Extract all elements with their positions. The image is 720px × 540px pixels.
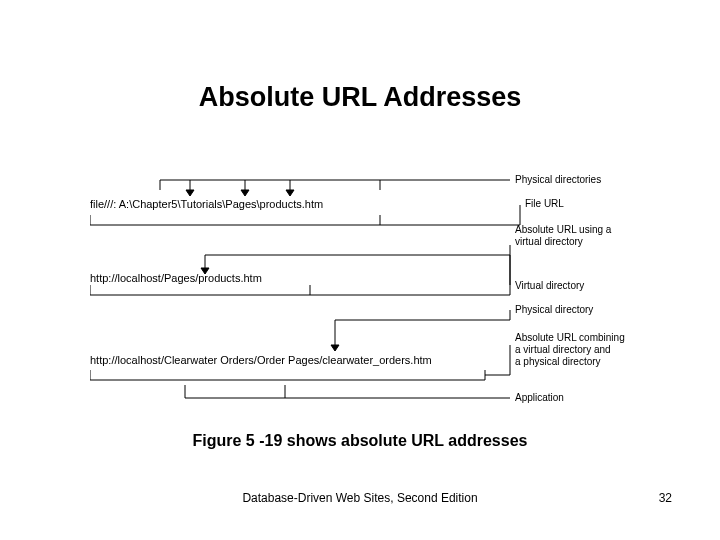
footer-page-number: 32	[659, 491, 672, 505]
localhost-url-text: http://localhost/Pages/products.htm	[90, 272, 262, 284]
label-physical-directory: Physical directory	[515, 304, 593, 316]
label-absolute-combining: Absolute URL combining a virtual directo…	[515, 332, 625, 368]
label-file-url: File URL	[525, 198, 564, 210]
url-diagram: file///: A:\Chapter5\Tutorials\Pages\pro…	[90, 160, 650, 410]
clearwater-url-text: http://localhost/Clearwater Orders/Order…	[90, 354, 432, 366]
label-physical-directories: Physical directories	[515, 174, 601, 186]
label-application: Application	[515, 392, 564, 404]
file-url-text: file///: A:\Chapter5\Tutorials\Pages\pro…	[90, 198, 323, 210]
label-virtual-directory: Virtual directory	[515, 280, 584, 292]
figure-caption: Figure 5 -19 shows absolute URL addresse…	[0, 432, 720, 450]
slide-title: Absolute URL Addresses	[0, 82, 720, 113]
footer-book-title: Database-Driven Web Sites, Second Editio…	[0, 491, 720, 505]
label-absolute-virtual: Absolute URL using a virtual directory	[515, 224, 611, 248]
